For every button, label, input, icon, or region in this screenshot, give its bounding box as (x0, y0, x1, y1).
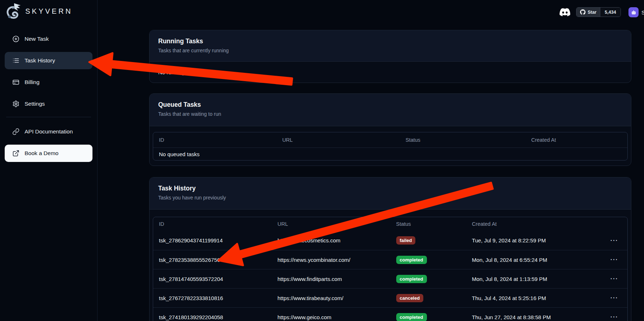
task-url-cell: https://news.ycombinator.com/ (272, 257, 390, 263)
list-icon (12, 57, 20, 65)
sidebar-item-label: Book a Demo (25, 150, 59, 157)
table-header-row: ID URL Status Created At (153, 217, 627, 231)
task-id-cell: tsk_278235388555267564 (153, 257, 272, 263)
status-cell: completed (390, 313, 466, 321)
gear-icon (12, 100, 20, 108)
task-history-header: Task History Tasks you have run previous… (150, 177, 631, 210)
column-header-url: URL (272, 221, 390, 227)
no-running-tasks-text: No running tasks (150, 62, 631, 83)
external-link-icon (12, 150, 20, 157)
task-history-row[interactable]: tsk_278235388555267564 https://news.ycom… (153, 250, 627, 269)
column-header-url: URL (276, 137, 399, 143)
status-cell: failed (390, 236, 466, 245)
sidebar-item-label: Settings (25, 101, 45, 107)
github-star-segment: Star (576, 8, 600, 17)
link-icon (12, 128, 20, 136)
created-at-cell: Tue, Jul 9, 2024 at 8:22:59 PM (466, 237, 601, 243)
task-history-row[interactable]: tsk_278147405593572204 https://www.findi… (153, 269, 627, 288)
task-url-cell: https://www.geico.com (272, 314, 390, 320)
column-header-id: ID (153, 221, 272, 227)
credit-card-icon (12, 79, 20, 86)
sidebar-item-task-history[interactable]: Task History (5, 52, 92, 69)
task-id-cell: tsk_276727822333810816 (153, 295, 272, 301)
sidebar-item-label: New Task (25, 36, 49, 42)
row-actions-button[interactable]: ··· (610, 314, 618, 320)
sidebar-item-book-a-demo[interactable]: Book a Demo (5, 145, 92, 162)
actions-cell: ··· (601, 314, 627, 320)
card-subtitle: Tasks that are waiting to run (158, 111, 622, 123)
robot-avatar-icon (631, 9, 637, 16)
queued-tasks-card: Queued Tasks Tasks that are waiting to r… (149, 93, 631, 166)
no-queued-tasks-row: No queued tasks (153, 148, 627, 160)
created-at-cell: Mon, Jul 8, 2024 at 1:13:59 PM (466, 276, 601, 282)
column-header-created-at: Created At (526, 137, 627, 143)
queued-tasks-table: ID URL Status Created At No queued tasks (153, 132, 628, 160)
running-tasks-header: Running Tasks Tasks that are currently r… (150, 30, 631, 62)
task-url-cell: https://tartecosmetics.com (272, 237, 390, 243)
task-history-row[interactable]: tsk_274180139292204058 https://www.geico… (153, 307, 627, 321)
running-tasks-card: Running Tasks Tasks that are currently r… (149, 30, 631, 83)
created-at-cell: Thu, Jul 4, 2024 at 5:25:16 PM (466, 295, 601, 301)
created-at-cell: Mon, Jul 8, 2024 at 6:55:24 PM (466, 257, 601, 263)
created-at-cell: Thu, Jun 27, 2024 at 8:38:58 PM (466, 314, 601, 320)
dragon-logo-icon (5, 2, 22, 20)
actions-cell: ··· (601, 276, 627, 282)
task-url-cell: https://www.tirabeauty.com/ (272, 295, 390, 301)
task-history-row[interactable]: tsk_276727822333810816 https://www.tirab… (153, 288, 627, 307)
status-cell: completed (390, 256, 466, 264)
actions-cell: ··· (601, 295, 627, 301)
task-history-row[interactable]: tsk_278629043741199914 https://tartecosm… (153, 231, 627, 250)
status-cell: canceled (390, 294, 466, 302)
skyvern-logo: SKYVERN (0, 0, 97, 22)
sidebar-nav: New Task Task History Billing Settings (0, 22, 97, 162)
card-subtitle: Tasks you have run previously (158, 195, 622, 207)
actions-cell: ··· (601, 237, 627, 244)
row-actions-button[interactable]: ··· (610, 276, 618, 282)
status-badge: completed (396, 313, 427, 321)
no-queued-tasks-text: No queued tasks (153, 151, 200, 157)
task-history-table: ID URL Status Created At tsk_27862904374… (153, 217, 628, 321)
task-id-cell: tsk_274180139292204058 (153, 314, 272, 320)
github-star-label: Star (588, 10, 596, 15)
sidebar-item-label: Task History (25, 57, 55, 64)
task-url-cell: https://www.finditparts.com (272, 276, 390, 282)
row-actions-button[interactable]: ··· (610, 256, 618, 263)
plus-circle-icon (12, 35, 20, 43)
card-title: Queued Tasks (158, 101, 622, 109)
sidebar-divider (6, 117, 91, 117)
column-header-created-at: Created At (466, 221, 601, 227)
queued-tasks-header: Queued Tasks Tasks that are waiting to r… (150, 94, 631, 126)
status-badge: canceled (396, 294, 424, 302)
status-badge: completed (396, 256, 427, 264)
sidebar-item-settings[interactable]: Settings (5, 95, 92, 113)
user-name: Sk (641, 9, 644, 16)
card-title: Task History (158, 185, 622, 192)
sidebar-item-new-task[interactable]: New Task (5, 30, 92, 48)
github-star-button[interactable]: Star 5,434 (576, 7, 621, 17)
task-id-cell: tsk_278147405593572204 (153, 276, 272, 282)
discord-icon[interactable] (559, 7, 571, 17)
card-title: Running Tasks (158, 38, 622, 45)
row-actions-button[interactable]: ··· (610, 237, 618, 243)
sidebar-item-label: API Documentation (25, 128, 73, 135)
column-header-status: Status (390, 221, 466, 227)
sidebar-item-label: Billing (25, 79, 39, 85)
row-actions-button[interactable]: ··· (610, 295, 618, 301)
status-badge: completed (396, 275, 427, 283)
sidebar: SKYVERN New Task Task History Billing (0, 0, 98, 321)
brand-name: SKYVERN (25, 7, 73, 16)
column-header-status: Status (400, 137, 526, 143)
task-history-card: Task History Tasks you have run previous… (149, 177, 631, 321)
column-header-id: ID (153, 137, 276, 143)
status-cell: completed (390, 275, 466, 283)
table-header-row: ID URL Status Created At (153, 132, 627, 148)
card-subtitle: Tasks that are currently running (158, 48, 622, 60)
status-badge: failed (396, 236, 416, 245)
user-avatar[interactable] (628, 7, 639, 17)
sidebar-item-api-documentation[interactable]: API Documentation (5, 123, 92, 140)
sidebar-item-billing[interactable]: Billing (5, 74, 92, 91)
github-star-count: 5,434 (600, 8, 620, 17)
actions-cell: ··· (601, 256, 627, 263)
github-icon (580, 9, 585, 15)
app-window: SKYVERN New Task Task History Billing (0, 0, 644, 321)
